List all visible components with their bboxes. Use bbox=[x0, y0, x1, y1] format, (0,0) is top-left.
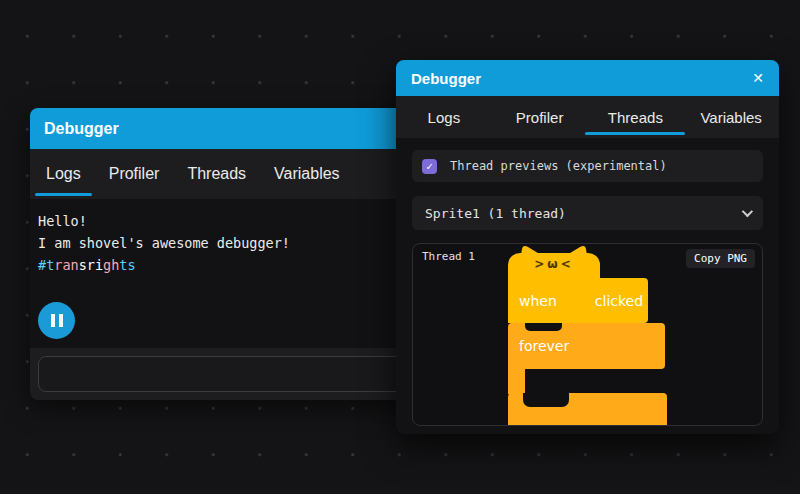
tab-label: Profiler bbox=[109, 165, 160, 183]
block-forever-spine bbox=[508, 369, 525, 394]
log-command-input[interactable] bbox=[38, 356, 422, 392]
hashtag-segment: ts bbox=[119, 257, 135, 273]
tab-label: Variables bbox=[274, 165, 340, 183]
thread-name-label: Thread 1 bbox=[422, 250, 475, 263]
block-text: when bbox=[519, 293, 557, 309]
hashtag-segment: ran bbox=[54, 257, 78, 273]
block-notch bbox=[523, 393, 569, 407]
left-tabbar: Logs Profiler Threads Variables bbox=[30, 149, 430, 199]
left-window-title: Debugger bbox=[44, 120, 119, 138]
left-tab-logs[interactable]: Logs bbox=[32, 149, 95, 199]
right-tab-variables[interactable]: Variables bbox=[683, 96, 779, 138]
tab-label: Logs bbox=[46, 165, 81, 183]
copy-png-button[interactable]: Copy PNG bbox=[686, 249, 755, 268]
close-icon[interactable]: ✕ bbox=[752, 71, 764, 85]
log-input-footer bbox=[30, 348, 430, 400]
tab-label: Variables bbox=[700, 109, 761, 126]
debugger-window-threads: Debugger ✕ Logs Profiler Threads Variabl… bbox=[396, 60, 779, 434]
left-tab-profiler[interactable]: Profiler bbox=[95, 149, 174, 199]
left-tab-threads[interactable]: Threads bbox=[173, 149, 260, 199]
right-window-title: Debugger bbox=[411, 70, 481, 87]
thread-previews-toggle[interactable]: ✓ Thread previews (experimental) bbox=[412, 150, 763, 182]
sprite-dropdown[interactable]: Sprite1 (1 thread) bbox=[412, 196, 763, 230]
chevron-down-icon[interactable] bbox=[742, 206, 753, 217]
hashtag-segment: #t bbox=[38, 257, 54, 273]
pause-icon bbox=[51, 314, 63, 327]
tab-label: Logs bbox=[428, 109, 461, 126]
right-tabbar: Logs Profiler Threads Variables bbox=[396, 96, 779, 138]
sprite-dropdown-value: Sprite1 (1 thread) bbox=[425, 206, 566, 221]
block-when-clicked: when clicked bbox=[508, 278, 648, 323]
pause-button[interactable] bbox=[38, 302, 75, 339]
log-line: Hello! bbox=[38, 210, 422, 232]
block-notch bbox=[525, 323, 562, 331]
cat-face-icon: >ω< bbox=[508, 257, 600, 271]
check-icon: ✓ bbox=[426, 160, 433, 173]
tab-label: Profiler bbox=[516, 109, 564, 126]
checkbox-checked[interactable]: ✓ bbox=[422, 159, 437, 174]
thread-previews-label: Thread previews (experimental) bbox=[450, 159, 667, 173]
desktop-background: Debugger Logs Profiler Threads Variables… bbox=[0, 0, 800, 494]
hashtag-segment: sri bbox=[79, 257, 103, 273]
log-output: Hello! I am shovel's awesome debugger! #… bbox=[30, 199, 430, 348]
hashtag-segment: gh bbox=[103, 257, 119, 273]
tab-label: Threads bbox=[187, 165, 246, 183]
right-tab-profiler[interactable]: Profiler bbox=[492, 96, 588, 138]
left-tab-variables[interactable]: Variables bbox=[260, 149, 354, 199]
right-tab-logs[interactable]: Logs bbox=[396, 96, 492, 138]
block-text: forever bbox=[519, 338, 569, 354]
right-titlebar[interactable]: Debugger ✕ bbox=[396, 60, 779, 96]
log-line: I am shovel's awesome debugger! bbox=[38, 232, 422, 254]
threads-panel: ✓ Thread previews (experimental) Sprite1… bbox=[396, 138, 779, 434]
left-titlebar[interactable]: Debugger bbox=[30, 108, 430, 149]
thread-preview-box: Thread 1 Copy PNG >ω< when clicked forev… bbox=[412, 243, 763, 426]
tab-label: Threads bbox=[608, 109, 663, 126]
log-hashtag-line: #transrights bbox=[38, 254, 422, 276]
right-tab-threads[interactable]: Threads bbox=[588, 96, 684, 138]
debugger-window-logs: Debugger Logs Profiler Threads Variables… bbox=[30, 108, 430, 400]
block-text: clicked bbox=[595, 293, 643, 309]
